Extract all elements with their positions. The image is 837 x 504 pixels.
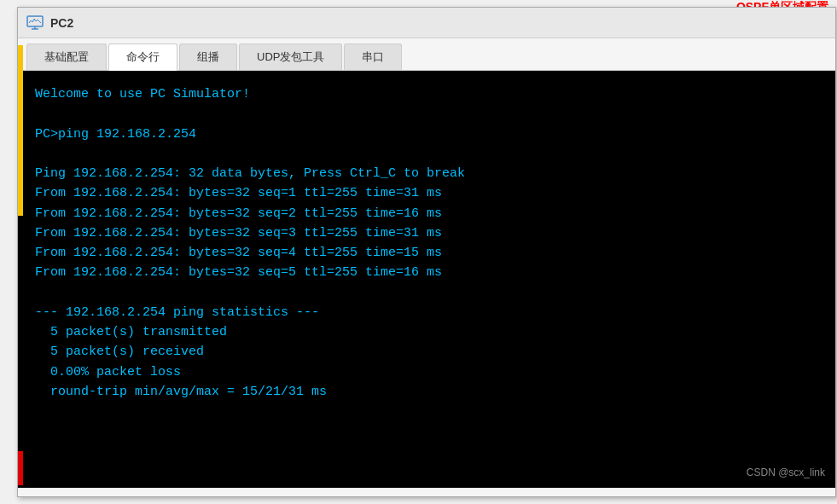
terminal-line-13: 5 packet(s) received	[35, 342, 818, 362]
terminal-line-3	[35, 144, 818, 164]
terminal-line-10	[35, 283, 818, 303]
tab-serial[interactable]: 串口	[344, 43, 402, 70]
svg-rect-0	[27, 16, 43, 26]
window-title: PC2	[50, 16, 73, 30]
terminal-line-4: Ping 192.168.2.254: 32 data bytes, Press…	[35, 164, 818, 183]
pc-icon	[26, 14, 44, 32]
tab-udp-tool[interactable]: UDP发包工具	[239, 43, 342, 70]
red-accent	[18, 451, 23, 485]
terminal-line-6: From 192.168.2.254: bytes=32 seq=2 ttl=2…	[35, 204, 818, 223]
terminal-line-9: From 192.168.2.254: bytes=32 seq=5 ttl=2…	[35, 263, 818, 282]
terminal-line-11: --- 192.168.2.254 ping statistics ---	[35, 303, 818, 322]
window: PC2 基础配置 命令行 组播 UDP发包工具 串口 Welcome to us…	[17, 7, 836, 497]
terminal-line-15: round-trip min/avg/max = 15/21/31 ms	[35, 382, 818, 402]
terminal-line-14: 0.00% packet loss	[35, 362, 818, 382]
tab-basic-config[interactable]: 基础配置	[26, 43, 107, 70]
tab-command-line[interactable]: 命令行	[108, 43, 177, 71]
terminal-line-1	[35, 104, 818, 124]
terminal-line-2: PC>ping 192.168.2.254	[35, 125, 818, 144]
tab-bar: 基础配置 命令行 组播 UDP发包工具 串口	[18, 38, 835, 71]
terminal[interactable]: Welcome to use PC Simulator! PC>ping 192…	[18, 71, 835, 488]
terminal-line-0: Welcome to use PC Simulator!	[35, 84, 818, 104]
watermark: CSDN @scx_link	[747, 465, 825, 481]
terminal-line-7: From 192.168.2.254: bytes=32 seq=3 ttl=2…	[35, 223, 818, 243]
tab-multicast[interactable]: 组播	[179, 43, 237, 70]
title-bar: PC2	[18, 8, 835, 38]
terminal-line-5: From 192.168.2.254: bytes=32 seq=1 ttl=2…	[35, 183, 818, 203]
yellow-accent	[18, 45, 23, 216]
terminal-line-12: 5 packet(s) transmitted	[35, 322, 818, 342]
terminal-line-8: From 192.168.2.254: bytes=32 seq=4 ttl=2…	[35, 243, 818, 263]
